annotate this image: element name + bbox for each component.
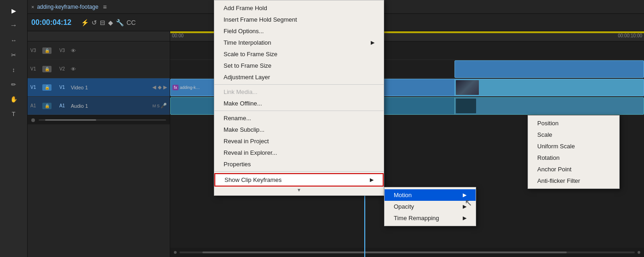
submenu-motion[interactable]: Motion ▶ [385,189,476,201]
pen-tool[interactable]: ✏ [6,77,22,91]
clip-v2[interactable] [454,60,644,78]
menu-rename[interactable]: Rename... [214,112,384,124]
motion-submenu: Position Scale Uniform Scale Rotation An… [528,115,620,189]
menu-reveal-explorer[interactable]: Reveal in Explorer... [214,147,384,158]
track-v3-eye[interactable]: 👁 [71,48,76,53]
app: ▶ → ↔ ✂ ↕ ✏ ✋ T × adding-keyframe-footag… [0,0,644,257]
track-v2-label: V2 [55,66,69,71]
track-header-a1: A1 🔒 A1 Audio 1 M S 🎤 [28,97,170,115]
sep-3 [214,171,384,172]
scroll-down-icon: ▼ [297,187,301,193]
track-v1-label: V1 [55,85,69,90]
menu-make-offline[interactable]: Make Offline... [214,98,384,109]
tab-menu-icon[interactable]: ≡ [103,3,107,11]
track-v1-keyframe[interactable]: ◆ [158,84,161,90]
menu-time-interpolation[interactable]: Time Interpolation ▶ [214,37,384,48]
timecode-display[interactable]: 00:00:04:12 [31,18,77,27]
motion-arrow: ▶ [463,192,466,198]
slip-tool[interactable]: ↕ [6,63,22,76]
track-header-v3: V3 🔒 V3 👁 [28,41,170,60]
track-v1-outer: V1 [30,85,40,90]
ruler-time-end: 00:00:10:00 [618,33,642,38]
settings-icon[interactable]: 🔧 [116,19,124,26]
menu-set-to-frame[interactable]: Set to Frame Size [214,60,384,71]
fx-badge: fx [172,85,178,90]
captions-icon[interactable]: CC [126,19,136,26]
select-tool[interactable]: ▶ [6,4,22,18]
motion-uniform-scale[interactable]: Uniform Scale [528,140,619,152]
hand-tool[interactable]: ✋ [6,92,22,106]
track-header-v2: V1 🔒 V2 👁 [28,60,170,78]
tab-title: adding-keyframe-footage [37,4,98,10]
menu-properties[interactable]: Properties [214,158,384,170]
menu-make-subclip[interactable]: Make Subclip... [214,124,384,135]
menu-add-frame-hold[interactable]: Add Frame Hold [214,2,384,14]
main-context-menu: Add Frame Hold Insert Frame Hold Segment… [214,0,384,196]
track-v3-type: V3 [55,48,69,53]
motion-scale[interactable]: Scale [528,129,619,140]
menu-scroll-down[interactable]: ▼ [214,187,384,193]
track-a1-solo[interactable]: S [157,104,160,108]
menu-show-clip-keyframes[interactable]: Show Clip Keyframes ▶ [214,173,384,187]
loop-icon[interactable]: ↺ [92,19,97,26]
track-v1-next[interactable]: ▶ [163,84,167,90]
razor-tool[interactable]: ✂ [6,48,22,62]
track-a1-mic[interactable]: 🎤 [161,103,167,109]
track-header-v1: V1 🔒 V1 Video 1 ◀ ◆ ▶ [28,78,170,97]
show-clip-keyframes-arrow: ▶ [370,177,374,183]
clip-v1-thumb [454,79,644,96]
opacity-arrow: ▶ [463,204,466,210]
track-a1-outer: A1 [30,103,40,108]
text-tool[interactable]: T [6,107,22,121]
track-a1-mute[interactable]: M [152,104,156,108]
toolbar-icons: ⚡ ↺ ⊟ ◆ 🔧 CC [81,19,136,26]
clip-v1-name: adding-k… [180,85,200,90]
submenu-opacity[interactable]: Opacity ▶ [385,201,476,212]
menu-scale-to-frame[interactable]: Scale to Frame Size [214,48,384,60]
track-v1-prev[interactable]: ◀ [152,84,156,90]
track-v2-eye[interactable]: 👁 [71,66,76,72]
track-select-tool[interactable]: → [6,18,22,32]
keyframe-icon[interactable]: ◆ [108,19,113,26]
submenu-time-remapping[interactable]: Time Remapping ▶ [385,212,476,224]
tool-panel: ▶ → ↔ ✂ ↕ ✏ ✋ T [0,0,28,257]
sep-1 [214,84,384,85]
menu-insert-frame-hold[interactable]: Insert Frame Hold Segment [214,14,384,25]
ripple-tool[interactable]: ↔ [6,33,22,47]
markers-icon[interactable]: ⊟ [100,19,105,26]
track-a1-name: Audio 1 [71,103,150,109]
time-remapping-arrow: ▶ [463,215,466,221]
tab-close-btn[interactable]: × [31,4,34,10]
menu-field-options[interactable]: Field Options... [214,25,384,37]
track-headers: V3 🔒 V3 👁 V1 🔒 V2 👁 [28,31,170,257]
menu-adjustment-layer[interactable]: Adjustment Layer [214,71,384,83]
motion-position[interactable]: Position [528,117,619,129]
motion-anchor-point[interactable]: Anchor Point [528,164,619,175]
menu-link-media: Link Media... [214,86,384,98]
snap-icon[interactable]: ⚡ [81,19,89,26]
ruler-time-start: 00:00 [172,33,184,38]
motion-anti-flicker[interactable]: Anti-flicker Filter [528,175,619,187]
track-v1-name: Video 1 [71,85,150,90]
sep-2 [214,111,384,111]
motion-rotation[interactable]: Rotation [528,152,619,164]
time-interpolation-arrow: ▶ [371,40,374,46]
track-a1-label: A1 [55,103,69,108]
track-v2-outer-label: V1 [30,66,40,71]
track-v3-label: V3 [30,48,40,53]
menu-reveal-project[interactable]: Reveal in Project [214,135,384,147]
keyframes-submenu: Motion ▶ Opacity ▶ Time Remapping ▶ [384,187,476,226]
